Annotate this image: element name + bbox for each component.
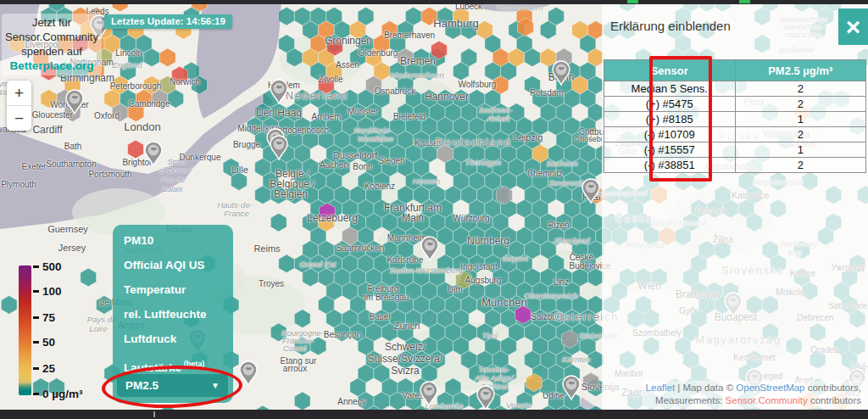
donation-line: Jetzt für [2, 15, 102, 30]
air-quality-map-app: LeedsHullLiverpoolLincolnNottinghamEngla… [0, 0, 868, 419]
sensor-table-header: PM2.5 µg/m³ [735, 60, 866, 81]
legend-tick [33, 367, 39, 370]
legend-tick-label: 25 [42, 362, 55, 375]
legend-tick-label: 500 [42, 260, 62, 273]
legend-tick [33, 393, 39, 395]
table-row: (-) #107092 [604, 127, 866, 142]
leaflet-link[interactable]: Leaflet [646, 383, 676, 393]
map-marker-pin[interactable] [582, 179, 599, 203]
map-marker-pin[interactable] [270, 80, 287, 103]
bottom-edge-bar [0, 410, 868, 419]
legend-tick [33, 341, 39, 344]
donation-line: Sensor.Community [2, 30, 102, 44]
layer-menu-item-official-aqi-us[interactable]: Official AQI US [124, 256, 233, 281]
explanation-toggle[interactable]: Erklärung einblenden [610, 19, 731, 33]
donation-note: Jetzt für Sensor.Community spenden auf B… [2, 14, 102, 75]
close-icon: × [846, 14, 861, 40]
table-row: Median 5 Sens.2 [604, 81, 866, 97]
map-marker-pin[interactable] [240, 361, 257, 385]
sensor-table-header-row: SensorPM2.5 µg/m³ [604, 60, 866, 81]
sensor-value-cell: 2 [735, 97, 866, 112]
annotation-rectangle-sensor-column [649, 56, 712, 182]
layer-menu-item-pm10[interactable]: PM10 [124, 232, 233, 256]
openstreetmap-link[interactable]: OpenStreetMap [736, 383, 804, 393]
tab-indicator [739, 0, 750, 3]
sensor-value-cell: 2 [735, 127, 866, 142]
donation-line: spenden auf [2, 44, 102, 59]
table-row: (+) #54752 [604, 97, 866, 112]
map-zoom-control: + − [7, 81, 31, 131]
betterplace-link[interactable]: Betterplace.org [2, 59, 102, 74]
legend-tick-label: 50 [42, 336, 55, 349]
map-marker-pin[interactable] [145, 142, 162, 165]
legend-tick [33, 290, 39, 293]
layer-menu-item-rel-luftfeuchte[interactable]: rel. Luftfeuchte [124, 305, 233, 330]
sensor-value-cell: 1 [735, 142, 866, 158]
sensor-value-cell: 2 [735, 158, 866, 173]
layer-menu-item-luftdruck[interactable]: Luftdruck [124, 330, 233, 355]
legend-tick [33, 265, 39, 268]
map-attribution: Leaflet | Map data © OpenStreetMap contr… [643, 381, 865, 408]
bottom-bar-divider [153, 411, 155, 417]
table-row: (+) #81851 [604, 112, 866, 127]
table-row: (-) #388512 [604, 158, 866, 173]
map-marker-pin[interactable] [563, 376, 580, 399]
sensor-community-link[interactable]: Sensor.Community [726, 395, 808, 405]
legend-tick-label: 100 [42, 285, 62, 298]
map-marker-pin[interactable] [477, 386, 494, 410]
color-scale-gradient [19, 265, 31, 395]
zoom-out-button[interactable]: − [7, 105, 31, 131]
legend-tick-label: 75 [42, 311, 55, 324]
layer-menu-item-temperatur[interactable]: Temperatur [124, 281, 233, 305]
legend-tick-label: 0 µg/m³ [42, 388, 83, 400]
map-marker-pin[interactable] [553, 61, 570, 85]
sensor-value-cell: 2 [735, 81, 866, 97]
table-row: (-) #155571 [604, 142, 866, 158]
map-marker-pin[interactable] [420, 382, 437, 405]
legend-tick [33, 316, 39, 319]
tab-indicator [627, 0, 638, 3]
map-marker-pin[interactable] [421, 237, 438, 260]
sensor-value-cell: 1 [735, 112, 866, 127]
top-edge-bar [0, 0, 868, 4]
close-button[interactable]: × [838, 8, 868, 45]
zoom-in-button[interactable]: + [7, 81, 31, 105]
sensor-table: SensorPM2.5 µg/m³ Median 5 Sens.2(+) #54… [604, 59, 866, 173]
map-marker-pin[interactable] [270, 136, 287, 159]
last-update-badge: Letztes Update: 14:56:19 [104, 14, 232, 29]
map-marker-pin[interactable] [66, 90, 83, 114]
